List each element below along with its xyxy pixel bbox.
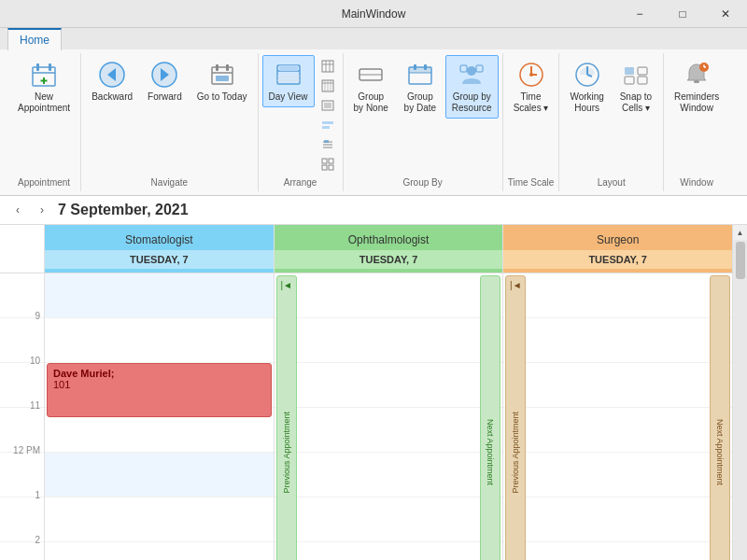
snap-to-cells-icon	[621, 60, 651, 90]
gantt-view-button[interactable]	[317, 135, 339, 154]
surgeon-header: Surgeon TUESDAY, 7	[503, 225, 732, 273]
stomatologist-grid[interactable]: Dave Muriel; 101	[45, 273, 274, 560]
svg-line-61	[587, 75, 592, 77]
tab-home[interactable]: Home	[7, 28, 62, 50]
ribbon-group-navigate-label: Navigate	[85, 175, 253, 189]
day-view-label: Day View	[269, 91, 308, 103]
ribbon-group-navigate: Backward Forward	[81, 53, 258, 191]
surg-slot-11	[503, 408, 732, 453]
ribbon-group-layout-items: WorkingHours Snap toCells ▾	[563, 55, 659, 174]
window-title: MainWindow	[342, 7, 406, 21]
time-label-10: 10	[30, 356, 40, 366]
new-appointment-icon	[29, 60, 59, 90]
appointment-name: Dave Muriel;	[53, 368, 265, 379]
ribbon-group-layout-label: Layout	[563, 175, 659, 189]
group-date-label: Groupby Date	[404, 91, 436, 114]
close-button[interactable]: ✕	[704, 0, 747, 28]
ribbon-group-appointment-items: NewAppointment	[11, 55, 77, 174]
day-view-button[interactable]: Day View	[262, 55, 315, 107]
time-scales-button[interactable]: TimeScales ▾	[507, 55, 556, 119]
group-none-icon	[356, 60, 386, 90]
surg-slot-9	[503, 318, 732, 363]
surg-next-appointment[interactable]: Next Appointment ►|	[710, 275, 730, 560]
month-view-button[interactable]	[317, 77, 339, 95]
timeline-view-button[interactable]	[317, 116, 339, 134]
svg-rect-53	[460, 65, 467, 72]
svg-rect-36	[322, 126, 330, 129]
ribbon-group-window-label: Window	[668, 175, 726, 189]
go-to-today-button[interactable]: Go to Today	[190, 55, 254, 107]
svg-point-52	[467, 66, 476, 76]
opth-prev-appointment[interactable]: Previous Appointment |◄	[276, 275, 297, 560]
opth-prev-arrow: |◄	[280, 280, 292, 290]
group-resource-button[interactable]: Group byResource	[445, 55, 499, 119]
opth-slot-12	[275, 453, 503, 497]
prev-date-button[interactable]: ‹	[9, 202, 26, 218]
next-date-button[interactable]: ›	[34, 202, 50, 218]
surg-prev-label: Previous Appointment	[511, 412, 520, 494]
surgeon-name: Surgeon	[503, 230, 732, 250]
scroll-thumb-v[interactable]	[736, 242, 745, 279]
opth-slot-2	[275, 542, 503, 560]
ophthalmologist-date: TUESDAY, 7	[275, 250, 503, 269]
ribbon-group-groupby-items: Groupby None Groupby Date	[347, 55, 499, 174]
group-none-button[interactable]: Groupby None	[347, 55, 395, 119]
svg-rect-64	[625, 77, 634, 84]
backward-button[interactable]: Backward	[85, 55, 139, 107]
svg-rect-66	[694, 80, 699, 83]
resource-col-surgeon: Surgeon TUESDAY, 7 Previous Appointment …	[503, 225, 732, 560]
new-appointment-label: NewAppointment	[18, 91, 70, 114]
ribbon-group-appointment-label: Appointment	[11, 175, 77, 189]
svg-rect-42	[329, 159, 333, 163]
calendar-container: ‹ › 7 September, 2021 9 10 11 12 PM	[0, 196, 747, 560]
surg-next-label: Next Appointment	[715, 419, 725, 485]
ribbon-tabs: Home	[0, 28, 747, 49]
ribbon-group-groupby: Groupby None Groupby Date	[344, 53, 503, 191]
ribbon-group-window: RemindersWindow Window	[664, 53, 729, 191]
new-appointment-button[interactable]: NewAppointment	[11, 55, 77, 119]
snap-to-cells-button[interactable]: Snap toCells ▾	[613, 55, 659, 119]
agenda-view-button[interactable]	[317, 96, 339, 115]
svg-rect-40	[324, 140, 329, 143]
svg-rect-1	[36, 63, 39, 71]
appointment-dave-muriel[interactable]: Dave Muriel; 101	[47, 363, 272, 417]
svg-rect-54	[476, 65, 483, 72]
week-view-button[interactable]	[317, 57, 339, 76]
stomatologist-name: Stomatologist	[45, 230, 274, 250]
surg-slot-2	[503, 542, 732, 560]
opth-slot-9	[275, 318, 503, 363]
backward-icon	[97, 60, 127, 90]
forward-button[interactable]: Forward	[141, 55, 189, 107]
stom-slot-1	[45, 497, 274, 542]
vertical-scrollbar[interactable]: ▲ ▼	[732, 225, 747, 560]
scroll-track-v[interactable]	[733, 240, 747, 560]
ophthalmologist-grid[interactable]: Previous Appointment |◄ Next Appointment…	[275, 273, 503, 560]
time-scales-icon	[516, 60, 546, 90]
card-view-button[interactable]	[317, 155, 339, 174]
resource-columns: Stomatologist TUESDAY, 7 Dave Muriel;	[45, 225, 732, 560]
svg-rect-35	[322, 121, 333, 124]
ribbon-group-navigate-items: Backward Forward	[85, 55, 253, 174]
forward-icon	[149, 60, 179, 90]
day-view-icon	[274, 60, 303, 90]
surgeon-grid[interactable]: Previous Appointment |◄ Next Appointment…	[503, 273, 732, 560]
svg-point-58	[529, 73, 533, 77]
group-date-button[interactable]: Groupby Date	[397, 55, 444, 119]
small-view-buttons	[317, 57, 339, 174]
reminders-window-button[interactable]: RemindersWindow	[668, 55, 726, 119]
stom-slot-top	[45, 273, 274, 318]
maximize-button[interactable]: □	[661, 0, 704, 28]
surg-slot-top	[503, 273, 732, 318]
scroll-up-button[interactable]: ▲	[733, 225, 748, 240]
surg-prev-appointment[interactable]: Previous Appointment |◄	[505, 275, 526, 560]
opth-next-appointment[interactable]: Next Appointment ►|	[480, 275, 500, 560]
backward-label: Backward	[92, 91, 133, 103]
time-header-spacer	[0, 225, 44, 273]
time-label-2: 2	[35, 535, 40, 545]
title-bar: MainWindow − □ ✕	[0, 0, 747, 28]
stom-slot-2	[45, 542, 274, 560]
working-hours-button[interactable]: WorkingHours	[563, 55, 611, 119]
minimize-button[interactable]: −	[618, 0, 661, 28]
timeline-icon	[321, 119, 334, 132]
group-resource-label: Group byResource	[452, 91, 492, 114]
